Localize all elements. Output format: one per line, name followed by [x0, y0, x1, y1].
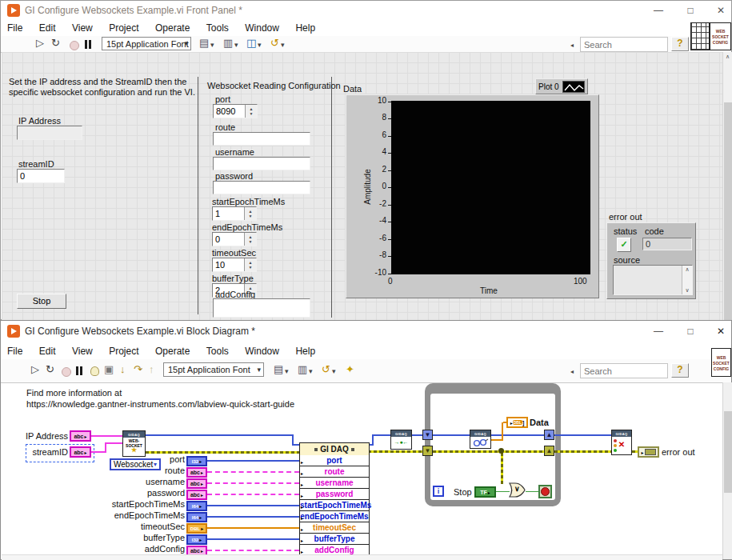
route-terminal[interactable]: abc▸ [186, 467, 207, 478]
loop-condition-terminal[interactable] [538, 485, 552, 498]
data-indicator-terminal[interactable]: ▸ DBL ] [506, 417, 528, 428]
startepoch-terminal[interactable]: I64▸ [186, 501, 207, 511]
node-row-timeout[interactable]: ▸timeoutSec [299, 522, 370, 534]
abort-icon[interactable] [70, 41, 79, 50]
menu-view[interactable]: View [66, 20, 99, 34]
stop-boolean-terminal[interactable]: TF ▸ [474, 486, 496, 498]
pause-icon[interactable] [85, 40, 87, 49]
menu-view[interactable]: View [66, 342, 99, 357]
font-selector[interactable]: 15pt Application Font ▾ [102, 37, 191, 50]
fp-close-button[interactable]: ✕ [706, 1, 732, 20]
shift-register-left[interactable]: ▼ [422, 430, 433, 440]
spin-down-icon[interactable]: ▼ [250, 111, 254, 116]
spinner[interactable]: ▲▼ [244, 233, 256, 246]
node-row-port[interactable]: ▸port [299, 455, 370, 466]
menu-operate[interactable]: Operate [149, 342, 196, 357]
retain-wire-values-icon[interactable]: ▣ [104, 364, 114, 375]
menu-file[interactable]: File [1, 342, 29, 357]
fp-minimize-button[interactable]: — [644, 1, 673, 20]
spin-down-icon[interactable]: ▼ [249, 214, 253, 218]
menu-help[interactable]: Help [289, 342, 322, 357]
ip-address-terminal[interactable]: abc▸ [70, 430, 91, 442]
bd-maximize-button[interactable]: □ [676, 321, 705, 342]
pause-icon[interactable] [89, 40, 91, 49]
spinner[interactable]: ▲▼ [244, 207, 256, 220]
chevron-down-icon[interactable]: ▾ [332, 366, 336, 377]
menu-help[interactable]: Help [289, 20, 322, 34]
collapse-search-icon[interactable]: ◂ [570, 366, 574, 378]
gidaq-close-node[interactable]: GIDAQ ✕ [611, 430, 632, 455]
node-row-buffertype[interactable]: ▸bufferType [299, 534, 370, 545]
endepoch-field[interactable]: ▲▼ [212, 232, 257, 246]
bd-close-button[interactable]: ✕ [706, 321, 732, 342]
node-row-username[interactable]: ▸username [299, 478, 370, 489]
menu-tools[interactable]: Tools [200, 342, 235, 357]
gidaq-read-node[interactable]: GIDAQ [470, 430, 491, 449]
username-field[interactable] [213, 157, 310, 170]
cleanup-diagram-icon[interactable]: ✦ [346, 364, 354, 375]
run-icon[interactable]: ▷ [36, 38, 44, 49]
fp-vertical-scrollbar[interactable]: ∧ [722, 52, 732, 320]
chevron-down-icon[interactable]: ▾ [234, 39, 238, 50]
buffertype-terminal[interactable]: I32▸ [186, 534, 207, 545]
chevron-down-icon[interactable]: ▾ [210, 39, 214, 50]
port-terminal[interactable]: I32▸ [186, 456, 207, 466]
align-objects-icon[interactable]: ▤ [199, 38, 209, 49]
streamid-field[interactable] [17, 169, 65, 183]
abort-icon[interactable] [62, 367, 71, 377]
step-over-icon[interactable]: ↷ [134, 364, 142, 375]
chevron-down-icon[interactable]: ▾ [258, 39, 262, 50]
menu-project[interactable]: Project [102, 342, 145, 357]
or-function[interactable]: ∨ [508, 482, 526, 498]
node-row-startepoch[interactable]: ▸startEpochTimeMs [299, 500, 370, 511]
timeout-field[interactable]: ▲▼ [212, 258, 257, 272]
shift-register-right[interactable]: ▲ [544, 446, 554, 456]
spin-down-icon[interactable]: ▼ [249, 265, 253, 270]
startepoch-field[interactable]: ▲▼ [212, 206, 257, 221]
stop-button[interactable]: Stop [17, 294, 66, 309]
highlight-execution-icon[interactable] [90, 366, 99, 376]
password-field[interactable] [213, 181, 310, 194]
plot-style-icon[interactable] [562, 81, 585, 93]
vi-icon[interactable]: WEB SOCKET CONFIG [711, 348, 731, 377]
menu-edit[interactable]: Edit [33, 20, 62, 34]
gidaq-connect-node[interactable]: GIDAQ →●← [390, 430, 412, 450]
run-continuous-icon[interactable]: ↻ [51, 38, 60, 49]
scroll-down-icon[interactable]: ∨ [682, 287, 692, 294]
bd-vertical-scrollbar[interactable] [722, 382, 732, 559]
run-continuous-icon[interactable]: ↻ [46, 364, 54, 375]
menu-tools[interactable]: Tools [200, 20, 235, 34]
shift-register-right[interactable]: ▲ [544, 430, 554, 440]
code-field[interactable]: 0 [642, 238, 692, 250]
reorder-icon[interactable]: ↺ [270, 38, 279, 49]
iteration-terminal[interactable]: i [433, 486, 444, 497]
font-selector[interactable]: 15pt Application Font ▾ [163, 362, 264, 377]
step-into-icon[interactable]: ↓ [120, 364, 126, 375]
scrollbar-thumb[interactable] [724, 102, 732, 320]
ip-address-field[interactable] [17, 126, 82, 140]
node-row-route[interactable]: ▸route [299, 466, 370, 478]
menu-window[interactable]: Window [238, 342, 286, 357]
endepoch-terminal[interactable]: I64▸ [186, 512, 207, 522]
reorder-icon[interactable]: ↺ [322, 364, 330, 375]
spinner[interactable]: ▲▼ [244, 258, 256, 271]
run-icon[interactable]: ▷ [31, 364, 39, 375]
node-row-password[interactable]: ▸password [299, 489, 370, 500]
scroll-up-icon[interactable]: ∧ [723, 54, 732, 60]
chevron-down-icon[interactable]: ▾ [285, 366, 289, 377]
scroll-up-icon[interactable]: ∧ [682, 266, 692, 273]
chevron-down-icon[interactable]: ▾ [281, 39, 285, 50]
gidaq-websocket-node[interactable]: GIDAQ WEB- SOCKET ★ [122, 430, 146, 457]
vi-icon[interactable]: WEB SOCKET CONFIG [710, 22, 731, 50]
password-terminal[interactable]: abc▸ [186, 490, 207, 500]
bd-horizontal-scrollbar[interactable] [2, 554, 722, 560]
distribute-objects-icon[interactable]: ▥ [298, 364, 307, 375]
plot-area[interactable] [391, 101, 590, 274]
help-button[interactable]: ? [671, 37, 689, 51]
error-out-terminal[interactable]: ▸ [638, 446, 659, 458]
pause-icon[interactable] [76, 366, 78, 375]
addconfig-field[interactable] [213, 298, 310, 318]
collapse-search-icon[interactable]: ◂ [570, 40, 574, 51]
route-field[interactable] [213, 132, 310, 146]
chevron-down-icon[interactable]: ▾ [309, 366, 313, 377]
